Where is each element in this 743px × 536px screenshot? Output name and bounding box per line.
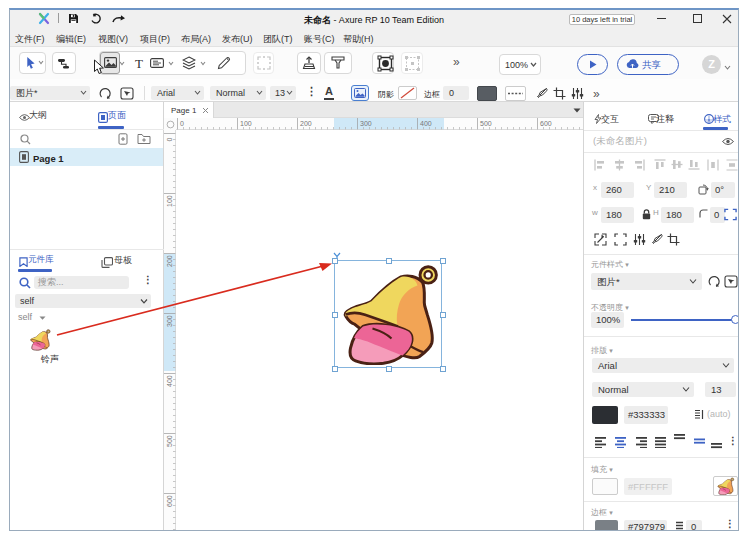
svg-text:600: 600 [166, 495, 173, 507]
svg-text:0: 0 [166, 138, 173, 142]
svg-text:500: 500 [480, 120, 492, 127]
svg-text:200: 200 [300, 120, 312, 127]
svg-text:200: 200 [166, 255, 173, 267]
svg-text:400: 400 [166, 375, 173, 387]
svg-text:0: 0 [180, 120, 184, 127]
svg-text:100: 100 [240, 120, 252, 127]
svg-text:100: 100 [166, 195, 173, 207]
svg-text:500: 500 [166, 435, 173, 447]
svg-text:300: 300 [360, 120, 372, 127]
svg-text:400: 400 [420, 120, 432, 127]
svg-text:600: 600 [540, 120, 552, 127]
svg-text:300: 300 [166, 315, 173, 327]
